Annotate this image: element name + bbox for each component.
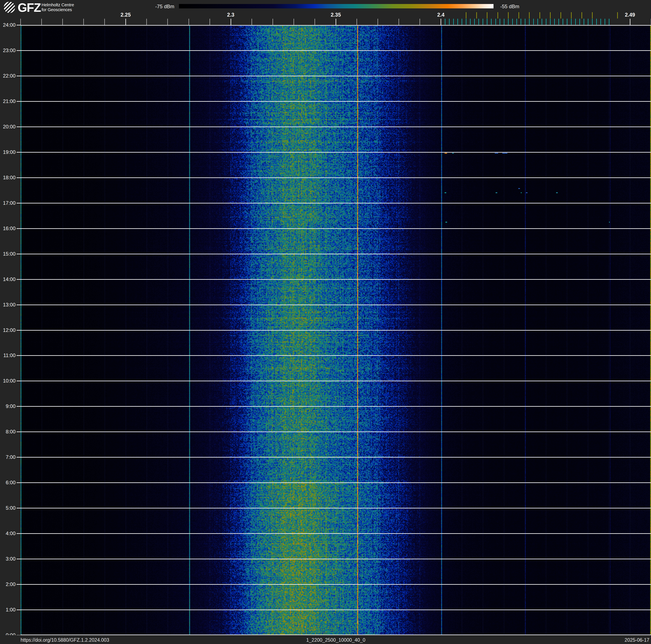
freq-gridline: [567, 25, 567, 635]
freq-gridline: [167, 25, 168, 635]
hour-label: 23:00: [0, 48, 16, 53]
freq-tick: [630, 19, 630, 25]
wifi-channel-tick: [550, 12, 551, 19]
hour-label: 20:00: [0, 124, 16, 130]
hour-tick: [17, 25, 21, 25]
freq-gridline: [315, 25, 315, 635]
logo-tagline-line2: for Geosciences: [41, 7, 74, 12]
hour-label: 13:00: [0, 302, 16, 308]
hour-tick: [17, 508, 21, 508]
freq-tick: [336, 19, 336, 25]
hour-tick: [17, 610, 21, 610]
freq-tick: [399, 19, 399, 25]
ble-channel-tick: [474, 19, 475, 25]
ble-channel-tick: [462, 19, 462, 25]
ble-channel-tick: [453, 19, 454, 25]
ble-channel-tick: [546, 19, 547, 25]
freq-gridline: [546, 25, 547, 635]
freq-gridline: [441, 25, 441, 635]
hour-label: 14:00: [0, 276, 16, 282]
ble-channel-tick: [584, 19, 584, 25]
freq-tick: [104, 19, 105, 25]
ble-channel-tick: [604, 19, 605, 25]
ble-channel-tick: [491, 19, 492, 25]
ble-channel-tick: [563, 19, 563, 25]
freq-tick: [378, 19, 378, 25]
ble-channel-tick: [579, 19, 580, 25]
gfz-logo-icon: [4, 2, 15, 13]
freq-gridline: [189, 25, 189, 635]
freq-gridline: [210, 25, 210, 635]
hour-tick: [17, 381, 21, 381]
ble-channel-tick: [508, 19, 508, 25]
freq-tick: [62, 19, 63, 25]
freq-tick: [252, 19, 252, 25]
hour-label: 10:00: [0, 378, 16, 384]
hour-label: 15:00: [0, 251, 16, 257]
ble-channel-tick: [567, 19, 567, 25]
freq-tick: [420, 19, 420, 25]
freq-gridline: [378, 25, 378, 635]
ble-channel-tick: [554, 19, 555, 25]
ble-channel-tick: [466, 19, 466, 25]
colorbar-max-label: -55 dBm: [500, 4, 542, 9]
wifi-channel-tick: [529, 12, 530, 19]
freq-gridline: [357, 25, 357, 635]
footer-doi-text: https://doi.org/10.5880/GFZ.1.2.2024.003: [21, 637, 109, 643]
freq-tick: [41, 19, 42, 25]
hour-label: 21:00: [0, 98, 16, 104]
freq-gridline: [294, 25, 294, 635]
hour-tick: [17, 330, 21, 331]
freq-gridline: [504, 25, 504, 635]
hour-label: 18:00: [0, 175, 16, 180]
ble-channel-tick: [550, 19, 551, 25]
freq-gridline: [84, 25, 84, 635]
freq-tick-label: 2.4: [437, 12, 444, 18]
ble-channel-tick: [533, 19, 534, 25]
freq-tick: [315, 19, 315, 25]
freq-gridline: [336, 25, 336, 635]
hour-label: 8:00: [0, 429, 16, 435]
freq-tick-label: 2.25: [121, 12, 131, 18]
hour-label: 16:00: [0, 226, 16, 231]
freq-gridline: [273, 25, 273, 635]
freq-gridline: [399, 25, 399, 635]
freq-tick: [356, 19, 357, 25]
ble-channel-tick: [529, 19, 530, 25]
freq-tick: [167, 19, 168, 25]
footer-dataset-id: 1_2200_2500_10000_40_0: [306, 637, 365, 643]
freq-tick: [125, 19, 126, 25]
freq-tick: [20, 19, 21, 25]
ble-channel-tick: [537, 19, 538, 25]
freq-gridline: [231, 25, 231, 635]
logo-tagline-line1: Helmholtz Centre: [41, 2, 74, 7]
freq-tick: [83, 19, 84, 25]
hour-tick: [17, 152, 21, 153]
hour-label: 9:00: [0, 403, 16, 409]
ble-channel-tick: [575, 19, 576, 25]
hour-tick: [17, 76, 21, 76]
hour-label: 4:00: [0, 530, 16, 536]
ble-channel-tick: [517, 19, 517, 25]
wifi-channel-tick: [508, 12, 508, 19]
ble-channel-tick: [470, 19, 471, 25]
freq-gridline: [63, 25, 63, 635]
ble-channel-tick: [525, 19, 525, 25]
freq-tick: [293, 19, 294, 25]
ble-channel-tick: [521, 19, 521, 25]
freq-gridline: [252, 25, 252, 635]
logo-tagline: Helmholtz Centre for Geosciences: [41, 2, 74, 12]
ble-channel-tick: [504, 19, 504, 25]
wifi-channel-tick: [571, 12, 571, 19]
wifi-channel-tick: [592, 12, 593, 19]
ble-channel-tick: [483, 19, 483, 25]
ble-channel-tick: [609, 19, 610, 25]
hour-label: 6:00: [0, 480, 16, 486]
hour-label: 11:00: [0, 352, 16, 358]
wifi-channel-tick: [582, 12, 582, 19]
ble-channel-tick: [571, 19, 571, 25]
freq-tick: [146, 19, 147, 25]
wifi-channel-tick: [466, 12, 466, 19]
ble-channel-tick: [445, 19, 445, 25]
brand-text: GFZ: [18, 0, 41, 14]
